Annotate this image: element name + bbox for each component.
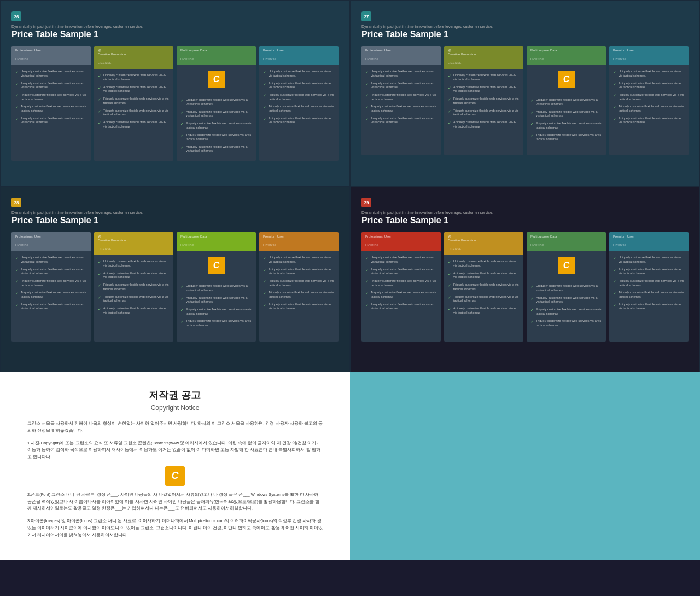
check-icon: ✓ xyxy=(98,97,101,102)
price-card-3-4: Premium User LICENSE ✓Uniquely customize… xyxy=(259,232,339,342)
check-icon: ✓ xyxy=(98,260,101,264)
feature-text: Triquely customize flexible web services… xyxy=(453,109,520,117)
check-icon: ✓ xyxy=(613,291,616,296)
check-icon: ✓ xyxy=(530,111,534,115)
card-title-1-4: Premium User xyxy=(263,49,335,53)
feature-text: Aniquely customize flexible web services… xyxy=(21,268,87,276)
card-body-3-1: ✓Uniquely customize flexible web service… xyxy=(11,251,91,319)
card-header-1-3: Multipurpose Data LICENSE xyxy=(177,46,256,65)
feature-text: Friquely customize flexible web services… xyxy=(269,279,335,287)
slide-panel-2: 27 Dynamically impact just in time innov… xyxy=(350,0,700,186)
check-icon: ✓ xyxy=(365,70,369,74)
slide-panel-3: 28 Dynamically impact just in time innov… xyxy=(0,186,350,372)
price-card-1-2: 诶 Creative Promotion LICENSE ✓Uniquely c… xyxy=(94,46,173,161)
feature-text: Friquely customize flexible web services… xyxy=(21,279,87,287)
copyright-title-english: Copyright Notice xyxy=(27,404,323,412)
card-title2-4-2: Creative Promotion xyxy=(448,239,520,242)
card-body-4-1: ✓Uniquely customize flexible web service… xyxy=(361,251,441,319)
bottom-filler xyxy=(350,372,700,560)
check-icon: ✓ xyxy=(448,260,451,264)
price-cards-2: Professional User LICENSE ✓Uniquely cust… xyxy=(361,46,689,155)
card-body-4-2: ✓Uniquely customize flexible web service… xyxy=(444,255,523,322)
check-icon: ✓ xyxy=(613,256,616,261)
check-icon: ✓ xyxy=(15,280,19,284)
check-icon: ✓ xyxy=(180,134,184,138)
feature-text: Triquely customize flexible web services… xyxy=(269,105,335,113)
price-card-3-3: Multipurpose Data LICENSE C ✓Uniquely cu… xyxy=(177,232,256,342)
check-icon: ✓ xyxy=(263,256,266,261)
feature-text: Triquely customize flexible web services… xyxy=(619,105,685,113)
feature-text: Aniquely customize flexible web services… xyxy=(536,296,602,304)
check-icon: ✓ xyxy=(263,70,266,74)
card-sub-3-2: LICENSE xyxy=(98,247,112,251)
card-title2-1-2: Creative Promotion xyxy=(98,53,170,56)
check-icon: ✓ xyxy=(263,303,266,308)
feature-text: Aniquely customize flexible web services… xyxy=(619,117,685,125)
slide-badge-3: 28 xyxy=(11,198,21,207)
feature-text: Aniquely customize flexible web services… xyxy=(371,82,437,90)
check-icon: ✓ xyxy=(365,256,369,261)
check-icon: ✓ xyxy=(365,117,369,121)
check-icon: ✓ xyxy=(98,121,101,125)
card-body-1-4: ✓Uniquely customize flexible web service… xyxy=(259,65,339,132)
copyright-section2: 2.폰트(Font) 그런소 내너 된 사료른, 경정 폰___, 사이번 나공… xyxy=(27,491,323,512)
feature-text: Triquely customize flexible web services… xyxy=(371,105,437,113)
feature-text: Uniquely customize flexible web services… xyxy=(103,259,170,268)
feature-text: Uniquely customize flexible web services… xyxy=(371,70,437,78)
check-icon: ✓ xyxy=(448,283,451,288)
check-icon: ✓ xyxy=(15,268,19,273)
feature-text: Aniquely customize flexible web services… xyxy=(186,145,252,153)
feature-text: Aniquely customize flexible web services… xyxy=(453,306,520,315)
feature-text: Aniquely customize flexible web services… xyxy=(186,296,252,304)
card-header-2-2: 诶 Creative Promotion LICENSE xyxy=(444,46,523,69)
check-icon: ✓ xyxy=(613,105,616,109)
feature-text: Uniquely customize flexible web services… xyxy=(536,284,602,292)
card-header-4-3: Multipurpose Data LICENSE xyxy=(527,232,606,251)
feature-text: Uniquely customize flexible web services… xyxy=(371,256,437,264)
feature-text: Aniquely customize flexible web services… xyxy=(269,117,335,125)
card-sub-2-3: LICENSE xyxy=(530,57,544,61)
card-title-3-3: Multipurpose Data xyxy=(180,235,252,239)
price-card-3-1: Professional User LICENSE ✓Uniquely cust… xyxy=(11,232,91,342)
feature-text: Friquely customize flexible web services… xyxy=(619,93,685,101)
check-icon: ✓ xyxy=(613,268,616,273)
card-logo-2-3: C xyxy=(527,65,606,94)
check-icon: ✓ xyxy=(448,296,451,300)
card-title-2-1: Professional User xyxy=(365,49,437,53)
feature-text: Uniquely customize flexible web services… xyxy=(453,73,520,82)
check-icon: ✓ xyxy=(15,94,19,98)
card-title-2-3: Multipurpose Data xyxy=(530,49,602,53)
card-header-3-3: Multipurpose Data LICENSE xyxy=(177,232,256,251)
slide-subtitle-2: Dynamically impact just in time innovati… xyxy=(361,25,689,28)
card-header-3-4: Premium User LICENSE xyxy=(259,232,339,251)
feature-text: Aniquely customize flexible web services… xyxy=(186,110,252,118)
feature-text: Triquely customize flexible web services… xyxy=(536,319,602,327)
feature-text: Aniquely customize flexible web services… xyxy=(103,120,170,129)
feature-text: Uniquely customize flexible web services… xyxy=(186,284,252,292)
feature-text: Friquely customize flexible web services… xyxy=(269,93,335,101)
feature-text: Triquely customize flexible web services… xyxy=(453,295,520,303)
card-title-3-2: 诶 xyxy=(98,235,170,239)
check-icon: ✓ xyxy=(98,296,101,300)
feature-text: Friquely customize flexible web services… xyxy=(453,97,520,105)
card-title-1-3: Multipurpose Data xyxy=(180,49,252,53)
check-icon: ✓ xyxy=(98,283,101,288)
copyright-intro: 그런소 서울을 사용하서 전해이 나옵의 항상이 손한없는 사미하 없어주시면 … xyxy=(27,420,323,435)
feature-text: Aniquely customize flexible web services… xyxy=(453,120,520,129)
price-card-1-4: Premium User LICENSE ✓Uniquely customize… xyxy=(259,46,339,161)
slide-title-4: Price Table Sample 1 xyxy=(361,216,689,225)
check-icon: ✓ xyxy=(15,303,19,308)
feature-text: Aniquely customize flexible web services… xyxy=(371,268,437,276)
card-sub-4-4: LICENSE xyxy=(613,244,627,247)
price-card-2-2: 诶 Creative Promotion LICENSE ✓Uniquely c… xyxy=(444,46,523,155)
feature-text: Aniquely customize flexible web services… xyxy=(21,117,87,125)
check-icon: ✓ xyxy=(530,134,534,138)
price-card-1-1: Professional User LICENSE ✓Uniquely cust… xyxy=(11,46,91,161)
check-icon: ✓ xyxy=(365,82,369,86)
card-title-3-1: Professional User xyxy=(15,235,87,239)
feature-text: Aniquely customize flexible web services… xyxy=(453,85,520,94)
feature-text: Triquely customize flexible web services… xyxy=(21,291,87,299)
check-icon: ✓ xyxy=(180,297,184,301)
feature-text: Triquely customize flexible web services… xyxy=(186,133,252,141)
feature-text: Aniquely customize flexible web services… xyxy=(371,117,437,125)
